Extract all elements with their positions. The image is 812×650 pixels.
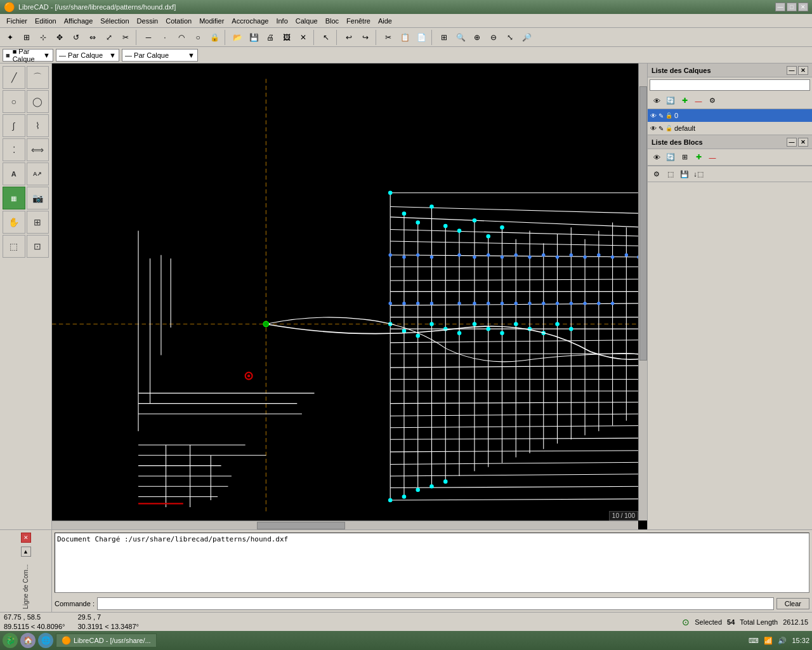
bloc-import-btn[interactable]: ↓⬚ — [692, 168, 705, 180]
paste-button[interactable]: 📄 — [414, 30, 429, 45]
rotate-button[interactable]: ↺ — [69, 30, 84, 45]
ellipse-tool[interactable]: ◯ — [27, 90, 49, 113]
undo-button[interactable]: ↩ — [341, 30, 357, 45]
scale-button[interactable]: ⤢ — [102, 30, 117, 45]
bloc-edit-btn[interactable]: ⚙ — [650, 168, 663, 180]
line-button[interactable]: ─ — [141, 30, 156, 45]
arc-button[interactable]: ◠ — [174, 30, 189, 45]
menu-fichier[interactable]: Fichier — [3, 16, 31, 26]
hatch-tool[interactable]: ▦ — [3, 187, 25, 209]
snap-tool[interactable]: ⊞ — [27, 211, 49, 234]
menu-fenetre[interactable]: Fenêtre — [343, 16, 374, 26]
maximize-button[interactable]: □ — [787, 3, 797, 11]
calque-edit-btn[interactable]: ⚙ — [706, 95, 719, 107]
circle-tool[interactable]: ○ — [3, 90, 25, 113]
pan-tool[interactable]: ✋ — [3, 211, 25, 234]
point-button[interactable]: · — [157, 30, 173, 45]
trim-button[interactable]: ✂ — [118, 30, 133, 45]
menu-edition[interactable]: Edition — [31, 16, 60, 26]
horizontal-scrollbar[interactable] — [52, 521, 638, 529]
menu-accrochage[interactable]: Accrochage — [228, 16, 272, 26]
circle-button[interactable]: ○ — [190, 30, 206, 45]
v-scroll-thumb[interactable] — [639, 86, 647, 361]
menu-dessin[interactable]: Dessin — [133, 16, 162, 26]
menu-bloc[interactable]: Bloc — [322, 16, 343, 26]
zoomall-button[interactable]: ⤡ — [502, 30, 518, 45]
arc-tool[interactable]: ⌒ — [27, 66, 49, 89]
select-button[interactable]: ⊹ — [36, 30, 51, 45]
minimize-button[interactable]: — — [775, 3, 785, 11]
open-button[interactable]: 📂 — [230, 30, 245, 45]
close-button[interactable]: ✕ — [798, 3, 808, 11]
blocs-minimize-btn[interactable]: — — [787, 138, 797, 147]
menu-info[interactable]: Info — [272, 16, 291, 26]
layer-row-default[interactable]: 👁 ✎ 🔓 default — [648, 122, 812, 135]
menu-aide[interactable]: Aide — [374, 16, 396, 26]
zoomin-button[interactable]: ⊕ — [469, 30, 485, 45]
mirror-button[interactable]: ⇔ — [85, 30, 100, 45]
cursor-button[interactable]: ↖ — [318, 30, 334, 45]
taskbar-librecad-btn[interactable]: 🟠 LibreCAD - [/usr/share/... — [56, 633, 157, 647]
calque-add-btn[interactable]: ✚ — [678, 95, 691, 107]
bloc-add-btn[interactable]: ✚ — [692, 151, 705, 164]
print-button[interactable]: 🖨 — [263, 30, 278, 45]
line-tool[interactable]: ╱ — [3, 66, 25, 89]
save-button[interactable]: 💾 — [246, 30, 261, 45]
cmd-close-btn[interactable]: ✕ — [21, 533, 31, 543]
bloc-save-btn[interactable]: 💾 — [678, 168, 691, 180]
linetype-select[interactable]: — Par Calque ▼ — [56, 49, 119, 62]
calque-remove-btn[interactable]: — — [692, 95, 705, 107]
bloc-show-btn[interactable]: 👁 — [650, 151, 663, 164]
command-input[interactable] — [97, 597, 774, 610]
redo-button[interactable]: ↪ — [358, 30, 373, 45]
spline-tool[interactable]: ∫ — [3, 114, 25, 137]
blocs-close-btn[interactable]: ✕ — [798, 138, 808, 147]
menu-calque[interactable]: Calque — [292, 16, 322, 26]
image-tool[interactable]: 📷 — [27, 187, 49, 209]
calque-show-btn[interactable]: 👁 — [650, 95, 663, 107]
taskbar-browser-icon[interactable]: 🌐 — [38, 633, 53, 648]
cmd-expand-btn[interactable]: ▲ — [21, 547, 31, 557]
taskbar-menu-icon[interactable]: 🐉 — [3, 633, 18, 648]
bloc-select-btn[interactable]: ⬚ — [664, 168, 677, 180]
calque-hide-btn[interactable]: 🔄 — [664, 95, 677, 107]
calques-minimize-btn[interactable]: — — [787, 66, 797, 75]
block-tool[interactable]: ⬚ — [3, 235, 25, 258]
canvas-area[interactable]: // Will be rendered inline — [52, 63, 647, 529]
zoom-button[interactable]: 🔍 — [453, 30, 468, 45]
bloc-hide-btn[interactable]: 🔄 — [664, 151, 677, 164]
print-preview-button[interactable]: 🖼 — [279, 30, 294, 45]
calques-close-btn[interactable]: ✕ — [798, 66, 808, 75]
measure-tool[interactable]: ⟺ — [27, 138, 49, 161]
menu-selection[interactable]: Sélection — [96, 16, 133, 26]
bloc-ref-btn[interactable]: ⊞ — [678, 151, 691, 164]
thickness-select[interactable]: — Par Calque ▼ — [122, 49, 198, 62]
layer-row-0[interactable]: 👁 ✎ 🔓 0 — [648, 109, 812, 122]
taskbar-home-icon[interactable]: 🏠 — [20, 633, 36, 648]
cut-button[interactable]: ✂ — [381, 30, 396, 45]
vertical-scrollbar[interactable] — [638, 63, 647, 521]
hatch-button[interactable]: 🔒 — [207, 30, 222, 45]
polyline-tool[interactable]: ⌇ — [27, 114, 49, 137]
bloc-remove-btn[interactable]: — — [706, 151, 719, 164]
h-scroll-thumb[interactable] — [257, 522, 345, 529]
grid-button[interactable]: ⊞ — [19, 30, 34, 45]
insert-tool[interactable]: ⊡ — [27, 235, 49, 258]
menu-modifier[interactable]: Modifier — [195, 16, 228, 26]
close-doc-button[interactable]: ✕ — [296, 30, 311, 45]
menu-affichage[interactable]: Affichage — [60, 16, 97, 26]
snap-button[interactable]: ⊞ — [436, 30, 452, 45]
zoom2-button[interactable]: 🔎 — [519, 30, 534, 45]
move-button[interactable]: ✥ — [52, 30, 67, 45]
clear-button[interactable]: Clear — [776, 598, 809, 609]
text-tool[interactable]: A — [3, 162, 25, 185]
color-select[interactable]: ■ ■ Par Calque ▼ — [3, 49, 53, 62]
mtext-tool[interactable]: A↗ — [27, 162, 49, 185]
zoomout-button[interactable]: ⊖ — [486, 30, 501, 45]
titlebar-controls[interactable]: — □ ✕ — [775, 3, 808, 11]
point-tool[interactable]: ⁚ — [3, 138, 25, 161]
calques-search-input[interactable] — [650, 79, 810, 91]
menu-cotation[interactable]: Cotation — [162, 16, 195, 26]
copy-button[interactable]: 📋 — [397, 30, 412, 45]
new-button[interactable]: ✦ — [3, 30, 18, 45]
